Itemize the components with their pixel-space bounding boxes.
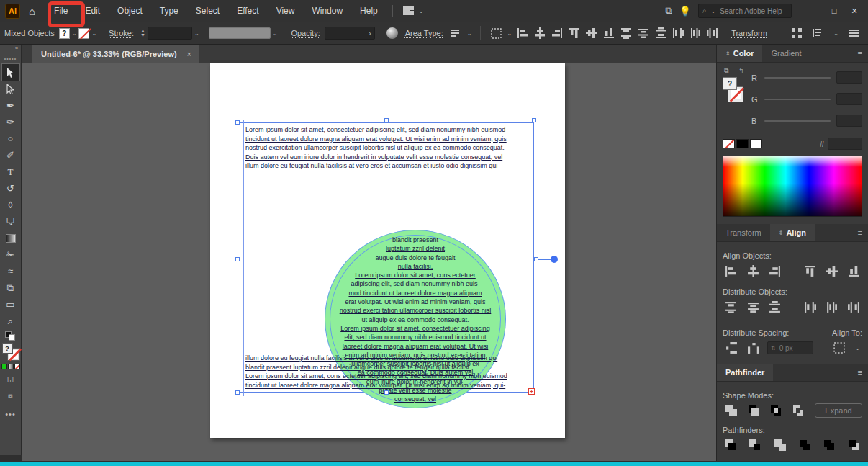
align-vertical-center-icon[interactable]	[583, 24, 600, 42]
workspace-switcher[interactable]: ⌄	[399, 6, 431, 15]
default-fill-stroke-icon[interactable]	[5, 331, 17, 341]
chevron-down-icon[interactable]: ⌄	[833, 30, 838, 37]
distribute-bottom-icon[interactable]	[652, 24, 669, 42]
tab-transform[interactable]: Transform	[717, 224, 770, 241]
transform-label[interactable]: Transform	[731, 29, 767, 37]
eraser-tool[interactable]: ◊	[2, 197, 19, 213]
trim-icon[interactable]	[747, 437, 763, 453]
menu-effect[interactable]: Effect	[228, 0, 267, 22]
area-type-options-icon[interactable]	[448, 24, 465, 42]
color-spectrum-bar[interactable]	[723, 156, 862, 217]
menu-object[interactable]: Object	[109, 0, 151, 22]
handle-top-center[interactable]	[384, 118, 389, 122]
handle-right-middle[interactable]	[534, 257, 538, 261]
stroke-weight-field[interactable]	[148, 27, 192, 40]
align-top-icon[interactable]	[566, 24, 583, 42]
merge-icon[interactable]	[772, 437, 788, 453]
handle-left-middle[interactable]	[235, 257, 240, 261]
vertical-distribute-space-icon[interactable]	[723, 340, 740, 356]
align-right-icon[interactable]	[548, 24, 566, 42]
selection-tool[interactable]	[2, 64, 19, 81]
gradient-tool[interactable]	[2, 230, 19, 246]
stroke-weight-stepper[interactable]: ▲▼	[138, 27, 148, 40]
fill-unknown-swatch[interactable]: ?	[723, 77, 737, 90]
color-mode-button[interactable]	[1, 364, 7, 369]
red-value-field[interactable]	[836, 71, 862, 84]
minimize-button[interactable]: —	[805, 3, 823, 19]
document-tab[interactable]: Untitled-6* @ 33.33% (RGB/Preview) ×	[32, 45, 199, 63]
collapse-panel-icon[interactable]: »	[0, 45, 22, 56]
chevron-down-icon[interactable]: ⌄	[194, 30, 199, 37]
distribute-left-icon[interactable]	[802, 299, 818, 315]
fill-stroke-indicator[interactable]: ?	[2, 343, 19, 360]
tab-pathfinder[interactable]: Pathfinder	[717, 364, 773, 381]
copy-icon[interactable]: ⧉	[724, 67, 728, 75]
panel-menu-icon[interactable]: ≡	[852, 45, 868, 62]
intersect-icon[interactable]	[767, 403, 785, 418]
tab-color[interactable]: ⇕Color	[717, 45, 762, 62]
stroke-color-swatch[interactable]	[78, 28, 89, 39]
align-to-selection-icon[interactable]	[831, 340, 848, 356]
outline-icon[interactable]	[821, 437, 837, 453]
width-tool[interactable]: ≈	[2, 263, 19, 279]
tab-align[interactable]: ⇕Align	[770, 224, 815, 241]
chevron-down-icon[interactable]: ⌄	[273, 30, 278, 37]
align-to-selection-icon[interactable]	[487, 24, 505, 42]
curvature-tool[interactable]: ✑	[2, 114, 19, 130]
crop-icon[interactable]	[797, 437, 813, 453]
distribute-horizontal-center-icon[interactable]	[687, 24, 704, 42]
red-slider[interactable]	[764, 77, 831, 79]
lightbulb-icon[interactable]: 💡	[679, 6, 691, 17]
distribute-bottom-icon[interactable]	[767, 299, 783, 315]
close-button[interactable]: ✕	[845, 3, 864, 19]
tab-gradient[interactable]: Gradient	[762, 45, 810, 62]
distribute-vertical-center-icon[interactable]	[635, 24, 652, 42]
variable-width-profile[interactable]	[209, 27, 271, 39]
divide-icon[interactable]	[723, 437, 738, 453]
opacity-field[interactable]: ›	[325, 27, 375, 40]
chevron-down-icon[interactable]: ⌄	[507, 30, 512, 37]
handle-bottom-left[interactable]	[235, 390, 240, 395]
search-input[interactable]: ⌕ ⌄ Search Adobe Help	[698, 4, 792, 18]
menu-help[interactable]: Help	[351, 0, 386, 22]
edit-toolbar-button[interactable]: •••	[5, 410, 16, 418]
green-slider[interactable]	[764, 99, 831, 100]
expand-arrow-icon[interactable]: ›	[369, 29, 374, 37]
align-top-icon[interactable]	[802, 263, 818, 279]
rotate-tool[interactable]: ↺	[2, 180, 19, 197]
distribute-vertical-center-icon[interactable]	[744, 299, 761, 315]
align-horizontal-center-icon[interactable]	[744, 263, 761, 279]
shape-builder-tool[interactable]: ⧉	[2, 279, 19, 296]
stepper-icon[interactable]: ⇅	[771, 345, 776, 351]
menu-type[interactable]: Type	[151, 0, 187, 22]
handle-top-right[interactable]	[532, 118, 536, 122]
distribute-top-icon[interactable]	[618, 24, 635, 42]
area-type-label[interactable]: Area Type:	[405, 29, 443, 37]
fill-unknown-swatch[interactable]: ?	[2, 343, 13, 354]
panel-menu-icon[interactable]: ≡	[852, 224, 868, 241]
white-swatch[interactable]	[750, 139, 762, 148]
isolate-icon[interactable]	[788, 24, 805, 42]
panel-menu-icon[interactable]	[845, 24, 862, 42]
app-logo[interactable]: Ai	[5, 4, 20, 19]
stroke-label[interactable]: Stroke:	[109, 29, 134, 37]
distribute-top-icon[interactable]	[723, 299, 739, 315]
top-paragraph[interactable]: Lorem ipsum dolor sit amet, consectetuer…	[245, 125, 530, 171]
shaper-tool[interactable]: 🗨	[2, 213, 19, 230]
minus-back-icon[interactable]	[846, 437, 862, 453]
artboard-tool[interactable]: ▭	[2, 296, 19, 313]
align-bottom-icon[interactable]	[846, 263, 862, 279]
swap-fill-stroke-icon[interactable]: ↰	[738, 67, 744, 74]
align-bottom-icon[interactable]	[600, 24, 618, 42]
align-left-icon[interactable]	[514, 24, 531, 42]
home-icon[interactable]: ⌂	[29, 5, 35, 17]
menu-view[interactable]: View	[268, 0, 304, 22]
text-overflow-indicator[interactable]: +	[528, 388, 535, 395]
menu-file[interactable]: File	[45, 0, 76, 22]
ellipse-tool[interactable]: ○	[2, 130, 19, 147]
distribute-left-icon[interactable]	[669, 24, 687, 42]
chevron-down-icon[interactable]: ⌄	[72, 30, 77, 37]
maximize-button[interactable]: □	[825, 3, 844, 19]
arrange-documents-icon[interactable]: ⧉	[665, 5, 672, 17]
chevron-down-icon[interactable]: ⌄	[855, 345, 860, 351]
